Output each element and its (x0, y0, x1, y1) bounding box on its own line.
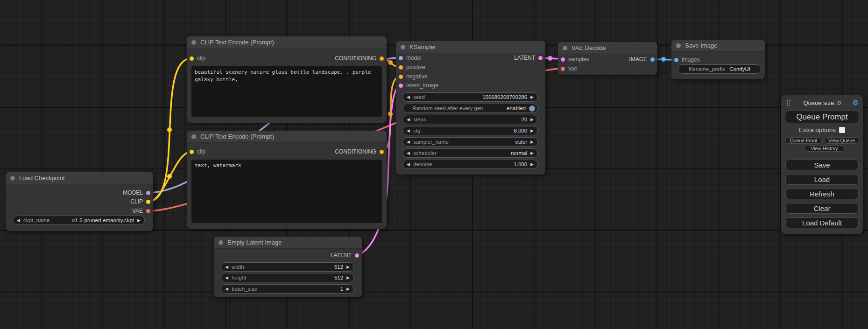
increment-arrow-icon[interactable] (530, 118, 534, 122)
output-slot-latent[interactable]: LATENT (514, 54, 543, 62)
node-header[interactable]: VAE Decode (558, 42, 657, 54)
view-queue-button[interactable]: View Queue (824, 137, 859, 144)
ckpt-name-widget[interactable]: ckpt_name v1-5-pruned-emaonly.ckpt (13, 216, 145, 225)
conditioning-slot-dot[interactable] (399, 75, 403, 79)
input-slot-clip[interactable]: clip (190, 55, 205, 62)
queue-prompt-button[interactable]: Queue Prompt (785, 111, 859, 123)
seed-widget[interactable]: seed 156680208700286 (402, 92, 538, 102)
clip-slot-dot[interactable] (190, 150, 194, 154)
increment-arrow-icon[interactable] (530, 151, 534, 155)
extra-options-checkbox[interactable] (839, 127, 845, 133)
increment-arrow-icon[interactable] (530, 95, 534, 99)
filename-prefix-widget[interactable]: filename_prefix ComfyUI (678, 64, 761, 74)
node-header[interactable]: CLIP Text Encode (Prompt) (187, 36, 387, 49)
scheduler-widget[interactable]: scheduler normal (402, 148, 538, 158)
decrement-arrow-icon[interactable] (407, 118, 410, 122)
decrement-arrow-icon[interactable] (225, 276, 228, 280)
increment-arrow-icon[interactable] (530, 140, 534, 144)
sampler-name-widget[interactable]: sampler_name euler (402, 137, 538, 147)
collapse-dot-icon[interactable] (401, 45, 405, 49)
decrement-arrow-icon[interactable] (407, 162, 410, 167)
output-slot-image[interactable]: IMAGE (629, 56, 655, 63)
load-default-button[interactable]: Load Default (785, 217, 859, 228)
input-slot-negative[interactable]: negative (399, 73, 427, 80)
input-slot-clip[interactable]: clip (190, 148, 205, 155)
increment-arrow-icon[interactable] (137, 218, 141, 223)
toggle-circle-icon[interactable] (529, 105, 535, 112)
decrement-arrow-icon[interactable] (407, 129, 410, 133)
node-header[interactable]: CLIP Text Encode (Prompt) (187, 131, 387, 143)
save-button[interactable]: Save (785, 160, 859, 170)
gear-icon[interactable]: ⚙ (853, 98, 859, 107)
input-slot-samples[interactable]: samples (561, 56, 589, 63)
node-header[interactable]: Load Checkpoint (6, 172, 153, 184)
collapse-dot-icon[interactable] (563, 46, 567, 50)
denoise-widget[interactable]: denoise 1.000 (402, 160, 538, 169)
prompt-textarea[interactable]: text, watermark (191, 160, 382, 223)
decrement-arrow-icon[interactable] (407, 140, 410, 144)
decrement-arrow-icon[interactable] (225, 265, 228, 269)
node-save-image[interactable]: Save Image images filename_prefix ComfyU… (671, 40, 765, 79)
input-slot-positive[interactable]: positive (399, 63, 425, 71)
output-slot-vae[interactable]: VAE (132, 207, 150, 215)
latent-slot-dot[interactable] (538, 56, 543, 60)
height-widget[interactable]: height 512 (221, 273, 354, 282)
refresh-button[interactable]: Refresh (785, 189, 859, 199)
decrement-arrow-icon[interactable] (407, 95, 410, 99)
latent-slot-dot[interactable] (561, 57, 565, 62)
output-slot-model[interactable]: MODEL (123, 189, 150, 196)
increment-arrow-icon[interactable] (530, 129, 534, 133)
image-slot-dot[interactable] (674, 58, 678, 62)
image-slot-dot[interactable] (650, 57, 655, 62)
decrement-arrow-icon[interactable] (225, 287, 228, 291)
input-slot-vae[interactable]: vae (561, 65, 577, 72)
output-slot-latent[interactable]: LATENT (331, 252, 359, 259)
clip-slot-dot[interactable] (146, 200, 150, 204)
input-slot-model[interactable]: model (399, 54, 422, 62)
batch-size-widget[interactable]: batch_size 1 (221, 284, 354, 294)
cfg-widget[interactable]: cfg 8.000 (402, 126, 538, 135)
model-slot-dot[interactable] (146, 191, 150, 195)
clear-button[interactable]: Clear (785, 203, 859, 214)
node-header[interactable]: Save Image (671, 40, 765, 52)
conditioning-slot-dot[interactable] (380, 150, 384, 154)
vae-slot-dot[interactable] (146, 209, 150, 213)
collapse-dot-icon[interactable] (219, 240, 223, 245)
input-slot-latent-image[interactable]: latent_image (399, 82, 438, 89)
clip-slot-dot[interactable] (190, 56, 194, 61)
view-history-button[interactable]: View History (804, 145, 844, 152)
width-widget[interactable]: width 512 (221, 262, 354, 272)
increment-arrow-icon[interactable] (346, 265, 350, 269)
queue-front-button[interactable]: Queue Front (785, 137, 822, 144)
node-clip-text-encode-negative[interactable]: CLIP Text Encode (Prompt) clip CONDITION… (187, 131, 387, 229)
model-slot-dot[interactable] (399, 56, 403, 60)
node-empty-latent-image[interactable]: Empty Latent Image LATENT width 512 heig… (214, 237, 362, 297)
output-slot-clip[interactable]: CLIP (130, 198, 150, 205)
collapse-dot-icon[interactable] (191, 40, 196, 45)
collapse-dot-icon[interactable] (676, 43, 681, 48)
conditioning-slot-dot[interactable] (380, 56, 384, 61)
node-clip-text-encode-positive[interactable]: CLIP Text Encode (Prompt) clip CONDITION… (187, 36, 387, 123)
steps-widget[interactable]: steps 20 (402, 115, 538, 124)
input-slot-images[interactable]: images (674, 56, 700, 63)
increment-arrow-icon[interactable] (346, 287, 350, 291)
collapse-dot-icon[interactable] (191, 134, 196, 139)
node-vae-decode[interactable]: VAE Decode samples vae IMAGE (558, 42, 657, 75)
decrement-arrow-icon[interactable] (17, 218, 20, 223)
random-seed-toggle-widget[interactable]: Random seed after every gen enabled (402, 104, 538, 113)
output-slot-conditioning[interactable]: CONDITIONING (335, 148, 384, 155)
node-load-checkpoint[interactable]: Load Checkpoint MODEL CLIP VAE ckpt_name… (6, 172, 153, 231)
decrement-arrow-icon[interactable] (407, 151, 410, 155)
vae-slot-dot[interactable] (561, 67, 565, 71)
node-ksampler[interactable]: KSampler model positive negative latent_… (396, 41, 545, 175)
load-button[interactable]: Load (785, 174, 859, 185)
node-header[interactable]: KSampler (396, 41, 545, 53)
increment-arrow-icon[interactable] (346, 276, 350, 280)
latent-slot-dot[interactable] (355, 253, 359, 258)
increment-arrow-icon[interactable] (530, 162, 534, 167)
node-header[interactable]: Empty Latent Image (214, 237, 362, 249)
prompt-textarea[interactable]: beautiful scenery nature glass bottle la… (191, 66, 382, 117)
drag-handle-icon[interactable] (786, 99, 790, 106)
latent-slot-dot[interactable] (399, 84, 403, 88)
conditioning-slot-dot[interactable] (399, 65, 403, 70)
